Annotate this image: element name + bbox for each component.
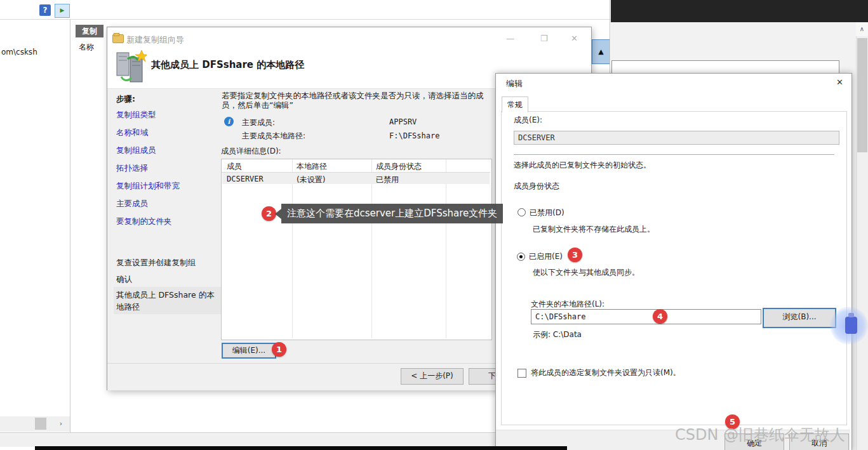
enabled-description: 使以下文件夹与其他成员同步。 xyxy=(533,267,639,278)
primary-member-label: 主要成员: xyxy=(242,117,275,128)
table-column-divider xyxy=(371,159,372,338)
disabled-description: 已复制文件夹将不存储在此成员上。 xyxy=(533,224,655,235)
console-tree-panel xyxy=(0,20,70,432)
initial-state-text: 选择此成员的已复制文件夹的初始状态。 xyxy=(514,160,651,171)
right-panel-field[interactable] xyxy=(611,60,839,74)
cell-local-path[interactable]: (未设置) xyxy=(297,175,325,185)
console-window-icon[interactable]: ▶ xyxy=(55,4,70,18)
step-topology-selection[interactable]: 拓扑选择 xyxy=(116,163,148,174)
member-details-table[interactable]: 成员 本地路径 成员身份状态 DCSERVER (未设置) 已禁用 xyxy=(221,159,492,340)
membership-status-label: 成员身份状态 xyxy=(514,181,559,192)
member-field: DCSERVER xyxy=(514,131,839,145)
tree-hscrollbar-right-arrow[interactable]: › xyxy=(55,418,67,430)
wizard-folder-icon xyxy=(112,34,124,43)
step-replication-group-type[interactable]: 复制组类型 xyxy=(116,110,156,121)
tab-general[interactable]: 常规 xyxy=(502,96,528,112)
wizard-instruction: 若要指定复制文件夹的本地路径或者该文件夹是否为只读，请选择适当的成员，然后单击“… xyxy=(222,91,495,110)
divider xyxy=(514,154,834,155)
name-column-header[interactable]: 名称 xyxy=(79,42,94,53)
cell-member[interactable]: DCSERVER xyxy=(227,175,264,183)
enabled-radio[interactable] xyxy=(517,253,525,261)
member-details-label: 成员详细信息(D): xyxy=(221,146,281,157)
usb-cursor-icon-tip xyxy=(848,313,854,317)
info-icon: i xyxy=(224,117,234,126)
primary-path-label: 主要成员本地路径: xyxy=(242,131,305,142)
restore-icon[interactable]: ❒ xyxy=(540,34,548,43)
right-scrollbar-up-arrow[interactable]: ∧ xyxy=(856,22,868,36)
cell-membership-status[interactable]: 已禁用 xyxy=(376,175,399,185)
step-replication-group-members[interactable]: 复制组成员 xyxy=(116,145,156,156)
step-name-and-domain[interactable]: 名称和域 xyxy=(116,128,148,138)
replication-pane-header: 复制 xyxy=(76,25,103,37)
step-review-settings: 复查设置并创建复制组 xyxy=(116,258,196,268)
edit-button[interactable]: 编辑(E)... xyxy=(222,343,276,359)
annotation-tooltip: 注意这个需要在dcserver上建立DFSshare文件夹 xyxy=(281,204,503,223)
primary-member-value: APPSRV xyxy=(389,117,417,126)
tree-item-domain-path[interactable]: om\csksh xyxy=(1,48,37,56)
wizard-window-title: 新建复制组向导 xyxy=(126,34,184,46)
back-button[interactable]: < 上一步(P) xyxy=(401,368,464,385)
step-schedule-and-bandwidth[interactable]: 复制组计划和带宽 xyxy=(116,181,180,192)
tree-hscrollbar-thumb[interactable] xyxy=(35,418,46,430)
server-manager-menubar xyxy=(611,0,868,22)
help-icon[interactable]: ? xyxy=(39,4,51,16)
taskbar-edge xyxy=(35,446,567,450)
col-header-local-path[interactable]: 本地路径 xyxy=(297,161,327,172)
local-path-input[interactable]: C:\DFSshare xyxy=(531,309,761,324)
pane-scroll-up-button[interactable]: ▲ xyxy=(592,39,610,64)
local-path-label: 文件夹的本地路径(L): xyxy=(531,299,604,310)
table-column-divider xyxy=(446,159,446,338)
col-header-membership-status[interactable]: 成员身份状态 xyxy=(376,161,422,172)
step-folders-to-replicate[interactable]: 要复制的文件夹 xyxy=(116,216,172,227)
right-scrollbar-thumb[interactable] xyxy=(857,38,867,152)
tooltip-arrow xyxy=(275,209,281,219)
edit-dialog: 编辑 ✕ 常规 成员(E): DCSERVER 选择此成员的已复制文件夹的初始状… xyxy=(495,73,852,450)
minimize-icon[interactable]: — xyxy=(506,34,514,43)
browse-button[interactable]: 浏览(B)... xyxy=(763,308,836,328)
wizard-page-title: 其他成员上 DFSshare 的本地路径 xyxy=(151,59,304,71)
disabled-radio[interactable] xyxy=(517,208,526,216)
close-icon[interactable]: ✕ xyxy=(571,34,578,43)
enabled-radio-label[interactable]: 已启用(E) xyxy=(529,251,563,262)
col-header-member[interactable]: 成员 xyxy=(227,161,242,172)
annotation-badge-1: 1 xyxy=(272,342,286,357)
disabled-radio-label[interactable]: 已禁用(D) xyxy=(530,208,564,218)
table-column-divider xyxy=(292,159,293,338)
primary-path-value: F:\DFSshare xyxy=(389,131,439,140)
console-toolbar xyxy=(0,0,611,20)
watermark: CSDN @旧巷纸伞无故人 xyxy=(675,425,845,445)
member-label: 成员(E): xyxy=(514,115,542,126)
steps-label: 步骤: xyxy=(116,94,135,105)
annotation-badge-3: 3 xyxy=(568,248,582,262)
example-text: 示例: C:\Data xyxy=(533,329,582,340)
annotation-badge-4: 4 xyxy=(653,309,667,324)
edit-dialog-title: 编辑 xyxy=(506,78,523,89)
close-icon[interactable]: ✕ xyxy=(836,77,843,87)
usb-cursor-icon xyxy=(845,317,857,334)
replication-servers-icon xyxy=(115,49,147,86)
step-local-path-other-members[interactable]: 其他成员上 DFSshare 的本地路径 xyxy=(116,289,220,313)
readonly-checkbox-label[interactable]: 将此成员的选定复制文件夹设置为只读(M)。 xyxy=(531,367,681,378)
readonly-checkbox[interactable] xyxy=(517,369,526,378)
step-confirmation: 确认 xyxy=(116,274,132,285)
annotation-badge-2: 2 xyxy=(262,206,276,221)
step-primary-member[interactable]: 主要成员 xyxy=(116,199,148,209)
